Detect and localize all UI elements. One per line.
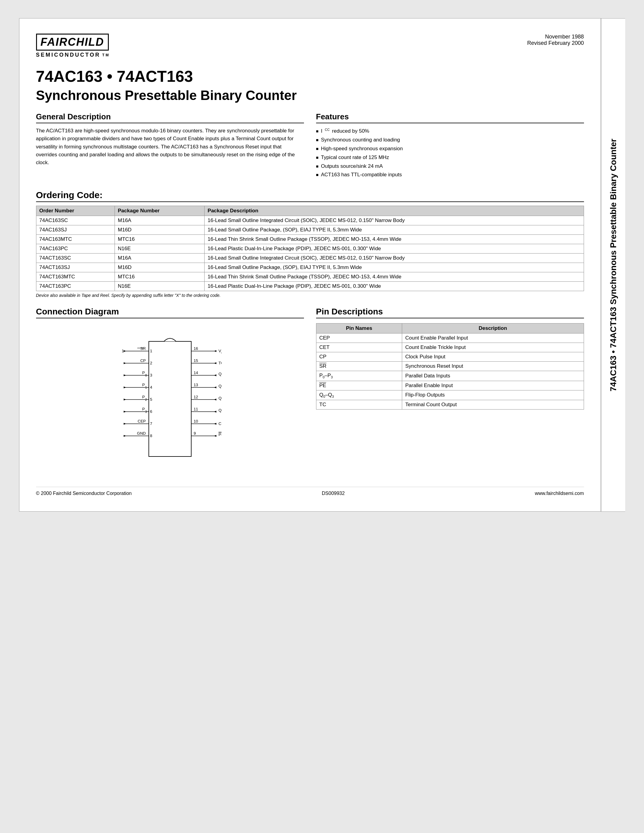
order-cell-6-2: 16-Lead Thin Shrink Small Outline Packag… — [204, 272, 584, 282]
pin-row-p0p3: P0–P3 Parallel Data Inputs — [316, 371, 584, 381]
footer-website: www.fairchildsemi.com — [535, 491, 584, 496]
pin-desc-cet: Count Enable Trickle Input — [402, 343, 584, 352]
order-cell-0-2: 16-Lead Small Outline Integrated Circuit… — [204, 216, 584, 225]
svg-marker-64 — [214, 350, 216, 352]
pin-name-p0p3: P0–P3 — [316, 371, 402, 381]
fairchild-logo: FAIRCHILD — [36, 34, 109, 51]
svg-text:CP: CP — [140, 359, 145, 363]
svg-text:16: 16 — [194, 346, 198, 351]
bottom-two-col: Connection Diagram SR 1 1 — [36, 307, 584, 469]
order-table-body: 74AC163SCM16A16-Lead Small Outline Integ… — [36, 216, 584, 291]
svg-text:Q2: Q2 — [219, 396, 222, 402]
features-list: ICC reduced by 50% Synchronous counting … — [316, 127, 584, 179]
order-cell-5-1: M16D — [114, 263, 204, 272]
svg-text:2: 2 — [150, 361, 152, 365]
svg-text:3: 3 — [150, 373, 152, 378]
pin-desc-q0q3: Flip-Flop Outputs — [402, 390, 584, 400]
pin-desc-cep: Count Enable Parallel Input — [402, 333, 584, 343]
svg-text:P: P — [142, 407, 145, 411]
ordering-section: Ordering Code: Order Number Package Numb… — [36, 190, 584, 298]
pin-name-cp: CP — [316, 352, 402, 362]
side-tab: 74AC163 • 74ACT163 Synchronous Presettab… — [601, 18, 625, 511]
svg-text:GND: GND — [137, 431, 146, 436]
col-package-description: Package Description — [204, 206, 584, 216]
footer-doc-number: DS009932 — [322, 491, 345, 496]
pin-row-tc: TC Terminal Count Output — [316, 400, 584, 410]
svg-marker-57 — [124, 362, 126, 364]
svg-marker-59 — [124, 386, 126, 388]
footer: © 2000 Fairchild Semiconductor Corporati… — [36, 487, 584, 496]
order-table-row-3: 74AC163PCN16E16-Lead Plastic Dual-In-Lin… — [36, 244, 584, 254]
order-cell-7-1: N16E — [114, 282, 204, 291]
svg-text:Q0: Q0 — [219, 371, 222, 378]
sub-title: Synchronous Presettable Binary Counter — [36, 88, 584, 103]
general-description-heading: General Description — [36, 112, 304, 123]
pin-table-header: Pin Names Description — [316, 323, 584, 333]
ordering-heading: Ordering Code: — [36, 190, 584, 202]
pin-row-q0q3: Q0–Q3 Flip-Flop Outputs — [316, 390, 584, 400]
main-content: FAIRCHILD SEMICONDUCTORTM November 1988 … — [19, 18, 601, 511]
svg-text:4: 4 — [150, 385, 152, 389]
features-heading: Features — [316, 112, 584, 123]
svg-text:10: 10 — [194, 419, 198, 423]
pe-overline: PE — [319, 383, 327, 388]
pin-name-tc: TC — [316, 400, 402, 410]
svg-text:13: 13 — [194, 383, 198, 387]
svg-text:PE: PE — [219, 432, 222, 437]
svg-text:1: 1 — [145, 386, 147, 389]
order-table: Order Number Package Number Package Desc… — [36, 206, 584, 291]
tape-reel-note: Device also available in Tape and Reel. … — [36, 293, 584, 298]
semiconductor-text: SEMICONDUCTORTM — [36, 52, 110, 58]
pin-row-pe: PE Parallel Enable Input — [316, 381, 584, 390]
date-info: November 1988 Revised February 2000 — [527, 34, 584, 47]
col-package-number: Package Number — [114, 206, 204, 216]
svg-text:1: 1 — [122, 349, 124, 353]
order-cell-3-2: 16-Lead Plastic Dual-In-Line Package (PD… — [204, 244, 584, 254]
pin-descriptions-heading: Pin Descriptions — [316, 307, 584, 318]
svg-marker-62 — [124, 423, 126, 425]
svg-text:0: 0 — [145, 374, 147, 377]
order-cell-2-2: 16-Lead Thin Shrink Small Outline Packag… — [204, 235, 584, 244]
order-table-row-6: 74ACT163MTCMTC1616-Lead Thin Shrink Smal… — [36, 272, 584, 282]
main-title: 74AC163 • 74ACT163 — [36, 67, 584, 85]
header-row: FAIRCHILD SEMICONDUCTORTM November 1988 … — [36, 34, 584, 58]
ic-diagram: SR 1 1 CP 2 P 0 3 P — [36, 323, 304, 469]
pin-desc-p0p3: Parallel Data Inputs — [402, 371, 584, 381]
features-col: Features ICC reduced by 50% Synchronous … — [316, 112, 584, 179]
feature-item-0: ICC reduced by 50% — [316, 127, 584, 136]
order-table-row-2: 74AC163MTCMTC1616-Lead Thin Shrink Small… — [36, 235, 584, 244]
svg-text:14: 14 — [194, 370, 198, 375]
general-description-body: The AC/ACT163 are high-speed synchronous… — [36, 127, 304, 167]
svg-text:6: 6 — [150, 409, 152, 414]
svg-text:5: 5 — [150, 397, 152, 402]
feature-item-3: Typical count rate of 125 MHz — [316, 153, 584, 162]
pin-row-cet: CET Count Enable Trickle Input — [316, 343, 584, 352]
svg-marker-60 — [124, 399, 126, 400]
order-table-row-7: 74ACT163PCN16E16-Lead Plastic Dual-In-Li… — [36, 282, 584, 291]
col-order-number: Order Number — [36, 206, 114, 216]
order-cell-7-2: 16-Lead Plastic Dual-In-Line Package (PD… — [204, 282, 584, 291]
pin-name-cep: CEP — [316, 333, 402, 343]
order-cell-2-1: MTC16 — [114, 235, 204, 244]
pin-row-sr: SR Synchronous Reset Input — [316, 362, 584, 371]
pin-name-pe: PE — [316, 381, 402, 390]
svg-marker-70 — [214, 423, 216, 425]
order-table-row-0: 74AC163SCM16A16-Lead Small Outline Integ… — [36, 216, 584, 225]
svg-marker-58 — [124, 375, 126, 376]
order-cell-0-0: 74AC163SC — [36, 216, 114, 225]
order-cell-0-1: M16A — [114, 216, 204, 225]
svg-marker-65 — [214, 362, 216, 364]
side-tab-text: 74AC163 • 74ACT163 Synchronous Presettab… — [608, 138, 618, 391]
svg-marker-56 — [124, 350, 126, 352]
ic-svg: SR 1 1 CP 2 P 0 3 P — [119, 329, 222, 463]
order-table-row-1: 74AC163SJM16D16-Lead Small Outline Packa… — [36, 225, 584, 235]
page-wrapper: FAIRCHILD SEMICONDUCTORTM November 1988 … — [19, 18, 625, 511]
pin-row-cp: CP Clock Pulse Input — [316, 352, 584, 362]
order-cell-7-0: 74ACT163PC — [36, 282, 114, 291]
order-cell-3-0: 74AC163PC — [36, 244, 114, 254]
general-description-col: General Description The AC/ACT163 are hi… — [36, 112, 304, 179]
connection-diagram-col: Connection Diagram SR 1 1 — [36, 307, 304, 469]
pin-col-name: Pin Names — [316, 323, 402, 333]
svg-text:P: P — [142, 383, 145, 387]
pin-desc-sr: Synchronous Reset Input — [402, 362, 584, 371]
